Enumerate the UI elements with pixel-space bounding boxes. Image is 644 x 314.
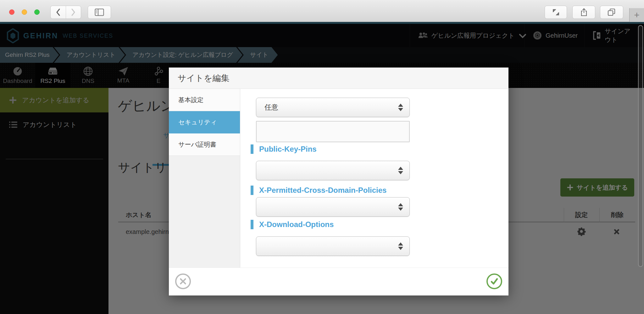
modal-tab-security[interactable]: セキュリティ: [169, 111, 240, 133]
modal-tab-list: 基本設定 セキュリティ サーバ証明書: [169, 89, 240, 268]
modal-tab-basic-settings[interactable]: 基本設定: [169, 89, 240, 111]
screen: GEHIRN WEB SERVICES ゲヒルン広報用プロジェクト: [0, 0, 644, 314]
sidebar-toggle-button[interactable]: [88, 6, 111, 19]
share-button[interactable]: [572, 6, 595, 19]
browser-titlebar: +: [0, 0, 644, 22]
cancel-button[interactable]: [175, 273, 191, 289]
security-value-textarea[interactable]: [256, 121, 410, 142]
x-permitted-cross-domain-policies-heading: X-Permitted-Cross-Domain-Policies: [251, 186, 386, 195]
select-arrows-icon: [398, 203, 403, 211]
forward-chevron-icon: [71, 8, 76, 16]
modal-header: サイトを編集: [169, 68, 508, 89]
public-key-pins-heading: Public-Key-Pins: [251, 144, 317, 154]
select-arrows-icon: [398, 242, 403, 250]
confirm-button[interactable]: [486, 273, 502, 289]
x-download-options-heading: X-Download-Options: [251, 220, 334, 229]
security-settings-pane: 任意 Public-Key-Pins X-Permitted-Cross-Dom…: [241, 89, 508, 268]
x-permitted-cross-domain-policies-select[interactable]: [256, 197, 410, 217]
public-key-pins-select[interactable]: [256, 161, 410, 180]
fullscreen-arrows-icon: [552, 8, 560, 16]
modal-title: サイトを編集: [178, 73, 230, 84]
fullscreen-button[interactable]: [545, 6, 567, 19]
heading-text: X-Permitted-Cross-Domain-Policies: [259, 186, 386, 195]
zoom-window-button[interactable]: [34, 9, 40, 15]
check-icon: [490, 277, 499, 286]
close-window-button[interactable]: [9, 9, 14, 15]
select-value: 任意: [264, 103, 278, 112]
page-scrollbar[interactable]: [638, 25, 643, 267]
heading-text: X-Download-Options: [259, 220, 334, 229]
minimize-window-button[interactable]: [22, 9, 27, 15]
select-arrows-icon: [398, 167, 403, 174]
heading-accent-bar: [251, 144, 253, 154]
tabs-overview-icon: [607, 8, 616, 16]
frame-options-select[interactable]: 任意: [256, 98, 410, 117]
heading-accent-bar: [251, 186, 253, 195]
new-tab-button[interactable]: +: [629, 8, 644, 22]
heading-text: Public-Key-Pins: [259, 145, 317, 154]
cancel-x-icon: [179, 277, 187, 285]
share-icon: [580, 8, 588, 17]
tab-overview-button[interactable]: [600, 6, 623, 19]
modal-body: 基本設定 セキュリティ サーバ証明書 任意 Public-Key-Pins: [169, 89, 508, 268]
back-chevron-icon: [56, 8, 61, 16]
x-download-options-select[interactable]: [256, 236, 410, 256]
sidebar-panel-icon: [95, 8, 104, 16]
heading-accent-bar: [251, 220, 253, 229]
modal-tab-server-certificate[interactable]: サーバ証明書: [169, 133, 240, 156]
forward-button[interactable]: [66, 6, 81, 19]
history-nav-group: [50, 6, 81, 19]
edit-site-modal: サイトを編集 基本設定 セキュリティ サーバ証明書 任意 Public-Key-…: [169, 68, 508, 295]
modal-footer: [169, 268, 508, 295]
back-button[interactable]: [51, 6, 66, 19]
select-arrows-icon: [398, 104, 403, 111]
